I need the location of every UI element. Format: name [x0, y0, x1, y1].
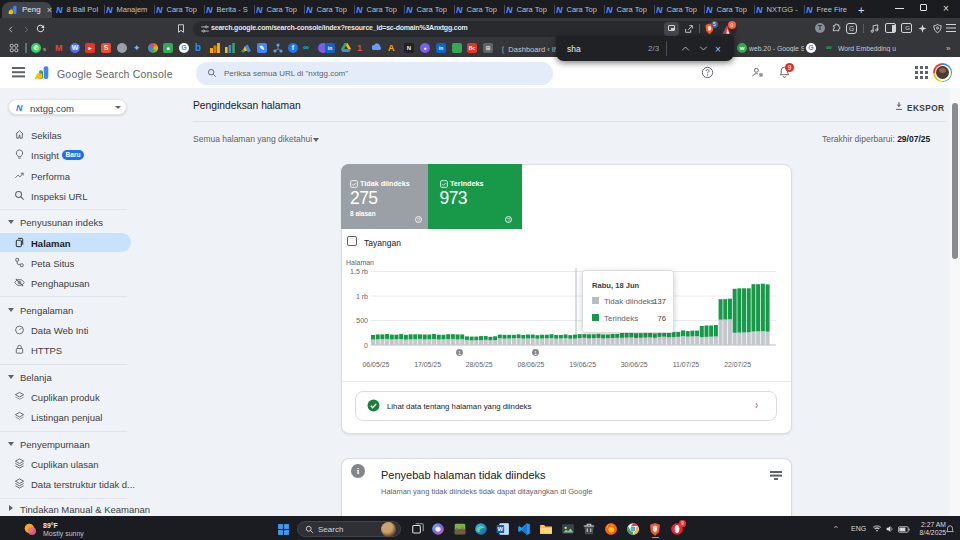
- svg-text:22/07/25: 22/07/25: [724, 361, 751, 368]
- svg-text:W: W: [497, 526, 503, 532]
- svg-text:1: 1: [534, 350, 537, 356]
- svg-text:0: 0: [364, 342, 368, 349]
- svg-text:08/06/25: 08/06/25: [517, 361, 544, 368]
- svg-text:11/07/25: 11/07/25: [673, 361, 699, 368]
- svg-text:1 rb: 1 rb: [356, 293, 368, 300]
- svg-text:17/05/25: 17/05/25: [414, 361, 441, 368]
- svg-text:06/05/25: 06/05/25: [362, 361, 389, 368]
- svg-text:1: 1: [458, 350, 461, 356]
- svg-text:500: 500: [356, 317, 368, 324]
- svg-text:Halaman: Halaman: [346, 259, 374, 266]
- svg-text:1,5 rb: 1,5 rb: [350, 268, 368, 275]
- svg-text:28/05/25: 28/05/25: [466, 361, 493, 368]
- svg-text:30/06/25: 30/06/25: [621, 361, 648, 368]
- svg-text:19/06/25: 19/06/25: [569, 361, 596, 368]
